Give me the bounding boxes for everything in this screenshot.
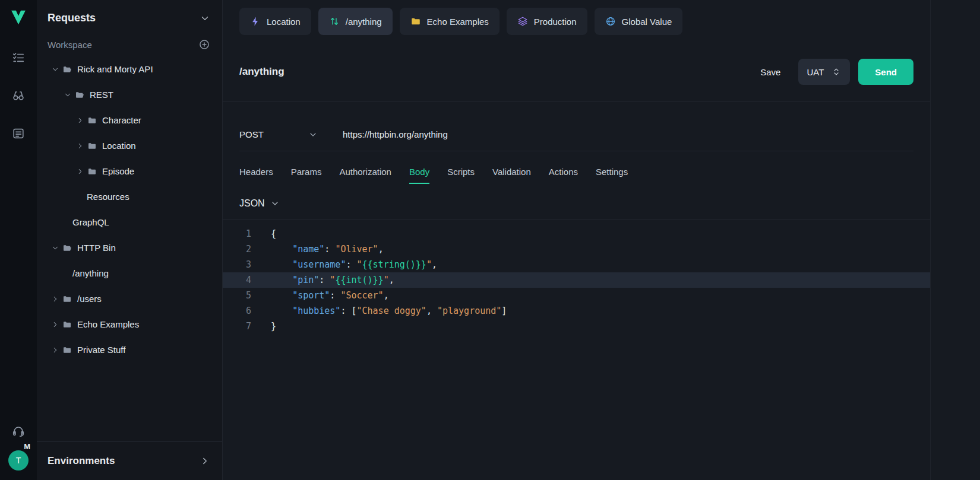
url-input[interactable]: https://httpbin.org/anything [343,129,913,139]
save-button[interactable]: Save [751,61,790,83]
chevron-down-icon [51,65,59,74]
tree-request-resources[interactable]: Resources [37,184,222,209]
page-title: /anything [239,66,284,78]
environment-select[interactable]: UAT [798,59,850,85]
rail-nav [12,51,25,140]
tab-validation[interactable]: Validation [492,167,531,184]
folder-icon [410,16,421,27]
method-value: POST [239,129,264,139]
tree-item-label: REST [90,90,113,100]
tab-label: /anything [346,17,382,27]
tree-folder-http-bin[interactable]: HTTP Bin [37,235,222,260]
tab-label: Production [534,17,577,27]
folder-icon [62,243,72,253]
code-line-4[interactable]: 4 "pin": "{{int()}}", [223,272,930,288]
list-check-icon[interactable] [12,51,25,64]
tab-params[interactable]: Params [291,167,322,184]
open-tab-global-value[interactable]: Global Value [595,8,683,35]
send-button[interactable]: Send [858,59,913,85]
code-text: { [271,226,276,241]
sidebar-tree: Rick and Morty APIRESTCharacterLocationE… [37,56,222,363]
tab-label: Global Value [622,17,672,27]
headset-icon[interactable] [12,424,25,437]
tab-body[interactable]: Body [409,167,429,184]
tree-folder-rick-and-morty-api[interactable]: Rick and Morty API [37,56,222,82]
code-text: "username": "{{string()}}", [271,257,437,272]
folder-icon [87,116,97,125]
chevron-right-icon [51,320,59,329]
folder-icon [62,345,72,355]
tab-authorization[interactable]: Authorization [339,167,391,184]
tree-item-label: GraphQL [72,217,109,227]
chevron-down-icon [64,91,72,99]
line-number: 2 [223,241,251,257]
tree-request-graphql[interactable]: GraphQL [37,209,222,235]
body-type-value: JSON [239,198,265,209]
tree-item-label: Echo Examples [77,319,139,329]
avatar[interactable]: M T [8,450,29,471]
collapsed-right-panel[interactable] [930,0,980,480]
tree-item-label: /users [77,294,102,304]
open-tab-echo-examples[interactable]: Echo Examples [400,8,500,35]
tree-folder-echo-examples[interactable]: Echo Examples [37,311,222,337]
request-title-row: /anything Save UAT Send [223,43,930,101]
tab-scripts[interactable]: Scripts [447,167,475,184]
requests-header[interactable]: Requests [37,0,222,34]
folder-icon [62,294,72,304]
open-tab-anything[interactable]: /anything [318,8,393,35]
workspace-label: Workspace [48,40,92,50]
tree-item-label: Character [102,115,141,125]
tree-folder-private-stuff[interactable]: Private Stuff [37,337,222,363]
code-line-3[interactable]: 3 "username": "{{string()}}", [223,257,930,272]
folder-icon [62,65,72,74]
chevron-right-icon [200,456,210,466]
add-request-button[interactable] [198,39,210,50]
tab-settings[interactable]: Settings [596,167,628,184]
tree-item-label: Location [102,141,136,151]
open-tab-production[interactable]: Production [507,8,587,35]
tree-item-label: HTTP Bin [77,243,116,253]
binoculars-icon[interactable] [12,89,25,102]
lightning-icon [250,16,261,27]
chevron-down-icon [270,199,280,208]
code-line-5[interactable]: 5 "sport": "Soccer", [223,288,930,303]
open-tab-location[interactable]: Location [239,8,311,35]
environments-label: Environments [48,455,115,467]
tree-folder-episode[interactable]: Episode [37,158,222,184]
tab-headers[interactable]: Headers [239,167,273,184]
sidebar-spacer [37,363,222,441]
body-type-select[interactable]: JSON [223,184,296,209]
code-line-2[interactable]: 2 "name": "Oliver", [223,241,930,257]
tree-folder-location[interactable]: Location [37,133,222,158]
folder-icon [75,90,84,100]
app-logo-icon[interactable] [10,8,27,26]
tab-actions[interactable]: Actions [549,167,578,184]
folder-icon [62,320,72,329]
tree-folder-users[interactable]: /users [37,286,222,311]
line-number: 7 [223,319,251,334]
code-line-6[interactable]: 6 "hubbies": ["Chase doggy", "playground… [223,303,930,319]
code-editor[interactable]: 1{2 "name": "Oliver",3 "username": "{{st… [223,220,930,480]
list-box-icon[interactable] [12,127,25,140]
tree-folder-character[interactable]: Character [37,107,222,133]
chevron-right-icon [76,167,84,176]
method-select[interactable]: POST [239,129,333,139]
tree-item-label: Episode [102,166,134,176]
url-bar: POST https://httpbin.org/anything [239,118,913,151]
code-line-7[interactable]: 7} [223,319,930,334]
avatar-initial: T [16,456,21,465]
code-line-1[interactable]: 1{ [223,226,930,241]
environments-header[interactable]: Environments [37,441,222,480]
main-area: Location/anythingEcho ExamplesProduction… [223,0,980,480]
code-text: "name": "Oliver", [271,241,384,257]
code-text: } [271,319,276,334]
line-number: 1 [223,226,251,241]
globe-icon [605,16,616,27]
request-subtabs: HeadersParamsAuthorizationBodyScriptsVal… [223,151,930,184]
line-number: 6 [223,303,251,319]
tree-request-anything[interactable]: /anything [37,260,222,286]
code-text: "pin": "{{int()}}", [271,272,394,288]
tree-folder-rest[interactable]: REST [37,82,222,107]
chevron-right-icon [76,142,84,150]
swap-arrows-icon [329,16,340,27]
